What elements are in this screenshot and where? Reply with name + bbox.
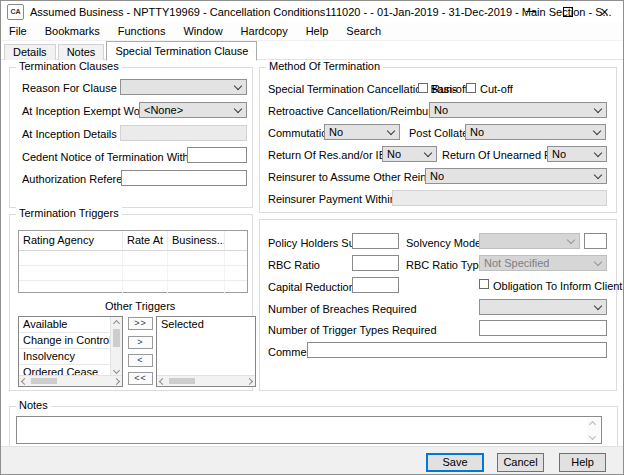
scroll-left-icon <box>21 377 28 384</box>
rbc-ratio-type-select: Not Specified <box>479 255 607 271</box>
rbc-ratio-field[interactable] <box>352 255 399 271</box>
reason-for-clause-select[interactable] <box>120 79 247 95</box>
table-row <box>19 251 247 266</box>
column-header-rate-at[interactable]: Rate At <box>123 231 168 250</box>
retroactive-select[interactable]: No <box>429 102 607 118</box>
move-right-button[interactable]: > <box>128 336 153 349</box>
scrollbar-thumb[interactable] <box>169 378 195 384</box>
close-button[interactable]: × <box>586 1 623 22</box>
menu-window[interactable]: Window <box>174 25 231 37</box>
table-row <box>19 266 247 281</box>
chevron-down-icon <box>234 81 242 89</box>
return-unearned-prem-select[interactable]: No <box>547 146 607 162</box>
method-of-termination-group: Method Of Termination Special Terminatio… <box>259 67 617 213</box>
list-item[interactable]: Insolvency <box>19 349 111 365</box>
authorization-reference-field[interactable] <box>121 170 247 186</box>
available-triggers-listbox: Available Change in Control Insolvency O… <box>18 316 123 387</box>
notes-title: Notes <box>16 399 51 411</box>
return-res-ibnr-select[interactable]: No <box>382 146 437 162</box>
scroll-right-icon <box>246 377 253 384</box>
capital-reduction-field[interactable] <box>352 277 399 293</box>
at-inception-exempt-wording-select[interactable]: <None> <box>139 102 247 118</box>
run-off-label: Run-off <box>432 83 468 95</box>
run-off-checkbox[interactable] <box>418 83 428 93</box>
tab-notes[interactable]: Notes <box>58 44 105 60</box>
tab-details[interactable]: Details <box>4 44 56 60</box>
reinsurer-payment-days-field <box>392 190 607 206</box>
footer-bar: Save Cancel Help <box>1 446 623 474</box>
vertical-scrollbar[interactable] <box>587 418 600 442</box>
other-triggers-label: Other Triggers <box>105 300 175 312</box>
column-header-rating-agency[interactable]: Rating Agency <box>19 231 123 250</box>
method-of-termination-title: Method Of Termination <box>266 60 383 72</box>
save-button[interactable]: Save <box>426 453 484 472</box>
solvency-model-select <box>479 233 580 249</box>
cancellation-basis-label: Special Termination Cancellation Basis <box>268 83 457 95</box>
capital-reduction-label: Capital Reduction <box>268 281 355 293</box>
chevron-down-icon <box>594 104 602 112</box>
column-header-business[interactable]: Business... <box>168 231 225 250</box>
cancel-button[interactable]: Cancel <box>497 453 544 472</box>
chevron-down-icon <box>594 170 602 178</box>
close-icon: × <box>600 5 608 19</box>
chevron-down-icon <box>387 126 395 134</box>
title-bar: CA Assumed Business - NPTTY19969 - Cance… <box>1 1 623 22</box>
trigger-types-required-label: Number of Trigger Types Required <box>268 324 437 336</box>
tab-strip: Details Notes Special Termination Clause <box>1 40 623 60</box>
chevron-down-icon <box>234 104 242 112</box>
app-icon[interactable]: CA <box>7 4 24 20</box>
column-header-blank <box>225 231 247 250</box>
solvency-model-extra-field[interactable] <box>584 233 607 249</box>
minimize-button[interactable] <box>512 1 549 22</box>
menu-bookmarks[interactable]: Bookmarks <box>36 25 109 37</box>
chevron-down-icon <box>594 301 602 309</box>
minimize-icon <box>526 11 536 12</box>
termination-triggers-group: Termination Triggers Rating Agency Rate … <box>9 214 253 391</box>
vertical-scrollbar[interactable] <box>110 317 122 376</box>
cut-off-checkbox[interactable] <box>466 83 476 93</box>
breaches-required-select[interactable] <box>479 299 607 315</box>
list-item[interactable]: Selected <box>157 317 255 332</box>
horizontal-scrollbar[interactable] <box>157 375 255 386</box>
solvency-model-label: Solvency Model <box>406 237 484 249</box>
policy-holders-surplus-field[interactable] <box>352 233 399 249</box>
commutation-select[interactable]: No <box>324 124 400 140</box>
post-collateral-select[interactable]: No <box>465 124 606 140</box>
menu-search[interactable]: Search <box>337 25 390 37</box>
chevron-down-icon <box>594 257 602 265</box>
selected-triggers-listbox: Selected <box>156 316 256 387</box>
list-item[interactable]: Available <box>19 317 111 333</box>
list-item[interactable]: Change in Control <box>19 333 111 349</box>
reinsurer-assume-share-select[interactable]: No <box>425 168 607 184</box>
scroll-right-icon <box>113 377 120 384</box>
maximize-icon <box>563 7 573 17</box>
scrollbar-thumb[interactable] <box>31 378 57 384</box>
menu-bar: File Bookmarks Functions Window Hardcopy… <box>1 22 623 41</box>
horizontal-scrollbar[interactable] <box>19 375 122 386</box>
termination-clauses-group: Termination Clauses Reason For Clause At… <box>9 67 253 208</box>
tab-special-termination-clause[interactable]: Special Termination Clause <box>106 41 257 61</box>
help-button[interactable]: Help <box>559 453 606 472</box>
menu-help[interactable]: Help <box>297 25 338 37</box>
breaches-required-label: Number of Breaches Required <box>268 303 417 315</box>
chevron-down-icon <box>594 148 602 156</box>
app-window: CA Assumed Business - NPTTY19969 - Cance… <box>0 0 624 475</box>
menu-functions[interactable]: Functions <box>109 25 175 37</box>
move-all-right-button[interactable]: >> <box>128 317 153 330</box>
cedent-notice-days-field[interactable] <box>187 147 247 163</box>
menu-file[interactable]: File <box>1 25 36 37</box>
termination-clauses-title: Termination Clauses <box>16 60 122 72</box>
obligation-to-inform-client-checkbox[interactable] <box>479 279 489 289</box>
comments-field[interactable] <box>307 342 607 358</box>
move-all-left-button[interactable]: << <box>128 372 153 385</box>
scroll-left-icon <box>159 377 166 384</box>
tab-page-special-termination-clause: Termination Clauses Reason For Clause At… <box>1 60 623 446</box>
scrollbar-thumb[interactable] <box>113 329 120 347</box>
cut-off-label: Cut-off <box>480 83 513 95</box>
menu-hardcopy[interactable]: Hardcopy <box>232 25 297 37</box>
move-left-button[interactable]: < <box>128 354 153 367</box>
trigger-types-required-field[interactable] <box>479 320 607 336</box>
maximize-button[interactable] <box>549 1 586 22</box>
notes-textarea[interactable] <box>16 416 602 444</box>
rbc-ratio-type-label: RBC Ratio Type <box>406 259 485 271</box>
